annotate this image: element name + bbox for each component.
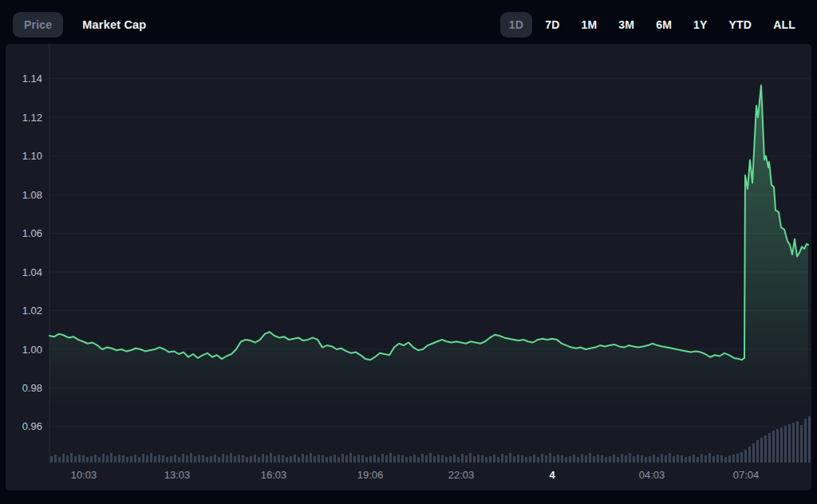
- range-selector: 1D 7D 1M 3M 6M 1Y YTD ALL: [500, 12, 804, 37]
- range-1y[interactable]: 1Y: [685, 12, 716, 37]
- volume-bar: [808, 416, 811, 463]
- range-all[interactable]: ALL: [764, 12, 804, 37]
- x-tick-label: 22:03: [448, 469, 475, 481]
- price-area: [49, 85, 808, 463]
- x-tick-label: 10:03: [71, 469, 97, 481]
- range-ytd[interactable]: YTD: [720, 12, 761, 37]
- range-3m[interactable]: 3M: [610, 12, 643, 37]
- x-tick-label: 4: [549, 469, 555, 481]
- y-tick-label: 1.00: [22, 344, 42, 356]
- price-line: [49, 85, 808, 360]
- metric-tabs: Price Market Cap: [13, 12, 149, 37]
- y-tick-label: 1.14: [22, 73, 42, 85]
- y-tick-label: 0.98: [22, 382, 42, 394]
- x-tick-label: 19:06: [357, 469, 384, 481]
- price-chart-canvas[interactable]: 1.141.121.101.081.061.041.021.000.980.96…: [6, 44, 811, 490]
- y-tick-label: 1.08: [22, 189, 42, 201]
- tab-market-cap[interactable]: Market Cap: [79, 12, 149, 37]
- y-tick-label: 0.96: [22, 420, 42, 432]
- chart-toolbar: Price Market Cap 1D 7D 1M 3M 6M 1Y YTD A…: [0, 0, 817, 44]
- range-1d[interactable]: 1D: [500, 12, 532, 37]
- x-tick-label: 13:03: [164, 469, 191, 481]
- x-tick-label: 16:03: [261, 469, 287, 481]
- y-tick-label: 1.02: [22, 305, 42, 317]
- y-tick-label: 1.04: [22, 266, 42, 278]
- chart-panel: 1.141.121.101.081.061.041.021.000.980.96…: [6, 44, 811, 490]
- x-tick-label: 04:03: [639, 469, 665, 481]
- y-tick-label: 1.06: [22, 227, 42, 239]
- range-6m[interactable]: 6M: [647, 12, 681, 37]
- y-tick-label: 1.12: [22, 112, 42, 124]
- y-tick-label: 1.10: [22, 150, 42, 162]
- x-tick-label: 07:04: [733, 469, 760, 481]
- crypto-price-chart-app: Price Market Cap 1D 7D 1M 3M 6M 1Y YTD A…: [0, 0, 817, 490]
- range-7d[interactable]: 7D: [536, 12, 568, 37]
- tab-price[interactable]: Price: [13, 12, 63, 37]
- range-1m[interactable]: 1M: [572, 12, 606, 37]
